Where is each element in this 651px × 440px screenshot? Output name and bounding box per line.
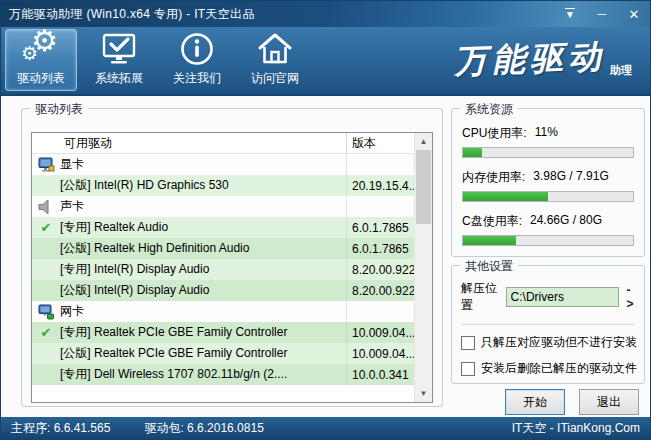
toolbar: ⚙⚙ 驱动列表 系统拓展	[1, 27, 650, 96]
title-bar: 万能驱动助理 (Win10.x64 专用) - IT天空出品 ▼ ─ ✕	[1, 1, 650, 27]
window-controls: ▼ ─ ✕	[562, 8, 642, 21]
driver-name: 声卡	[60, 196, 346, 217]
system-monitor-check-icon	[101, 30, 137, 67]
display-adapter-icon	[32, 154, 60, 175]
driver-version	[346, 301, 414, 322]
category-row[interactable]: 声卡	[32, 196, 414, 217]
resource-stat: 内存使用率:3.98G / 7.91G	[462, 169, 634, 202]
driver-row[interactable]: ✔[专用] Realtek PCIe GBE Family Controller…	[32, 322, 414, 343]
brand-logo: 万能驱动 助理	[454, 37, 632, 82]
selected-check-icon: ✔	[32, 217, 60, 238]
status-bar: 主程序: 6.6.41.565 驱动包: 6.6.2016.0815 IT天空 …	[1, 417, 650, 439]
driver-row[interactable]: [专用] Intel(R) Display Audio8.20.00.922	[32, 259, 414, 280]
driver-version: 10.009.04...	[346, 343, 414, 364]
driver-list-group: 驱动列表 可用驱动 版本 显卡[公版] Intel(R) HD Graphics…	[21, 108, 443, 407]
driver-list-group-title: 驱动列表	[30, 101, 88, 118]
brand-logo-main: 万能驱动	[453, 34, 606, 84]
stat-label: C盘使用率:	[462, 213, 522, 230]
driver-name: [专用] Realtek Audio	[60, 217, 346, 238]
driver-row[interactable]: [专用] Dell Wireless 1707 802.11b/g/n (2..…	[32, 364, 414, 385]
settings-checkbox[interactable]: 安装后删除已解压的驱动文件	[461, 360, 635, 377]
action-buttons: 开始 退出	[505, 389, 639, 415]
stat-label: 内存使用率:	[462, 169, 525, 186]
stat-value: 11%	[535, 125, 558, 142]
driver-row[interactable]: ✔[专用] Realtek Audio6.0.1.7865	[32, 217, 414, 238]
progress-bar	[462, 235, 634, 246]
scroll-up-icon[interactable]: ▲	[415, 133, 432, 150]
close-button[interactable]: ✕	[626, 8, 642, 21]
separator	[461, 324, 635, 325]
driver-name: 网卡	[60, 301, 346, 322]
driver-version	[346, 154, 414, 175]
system-resources-group-title: 系统资源	[460, 101, 518, 118]
main-content: 驱动列表 可用驱动 版本 显卡[公版] Intel(R) HD Graphics…	[1, 96, 650, 415]
driver-version: 8.20.00.922	[346, 280, 414, 301]
row-icon-placeholder	[32, 238, 60, 259]
system-resources-group: 系统资源 CPU使用率:11%内存使用率:3.98G / 7.91GC盘使用率:…	[451, 108, 645, 257]
driver-version: 8.20.00.922	[346, 259, 414, 280]
driver-version	[346, 196, 414, 217]
driver-version: 6.0.1.7865	[346, 238, 414, 259]
scrollbar-thumb[interactable]	[416, 150, 431, 224]
driver-name: [公版] Realtek High Definition Audio	[60, 238, 346, 259]
driver-row[interactable]: [公版] Intel(R) Display Audio8.20.00.922	[32, 280, 414, 301]
browse-path-button[interactable]: ->	[627, 283, 635, 311]
driver-name: 显卡	[60, 154, 346, 175]
system-stats: CPU使用率:11%内存使用率:3.98G / 7.91GC盘使用率:24.66…	[452, 109, 644, 246]
checkbox-icon	[461, 336, 475, 350]
toolbar-button-follow-us[interactable]: 关注我们	[161, 29, 233, 91]
app-window: 万能驱动助理 (Win10.x64 专用) - IT天空出品 ▼ ─ ✕ ⚙⚙ …	[0, 0, 651, 440]
exit-button[interactable]: 退出	[579, 389, 639, 415]
checkbox-icon	[461, 362, 475, 376]
settings-checkbox[interactable]: 只解压对应驱动但不进行安装	[461, 334, 635, 351]
info-circle-icon	[179, 30, 215, 67]
driver-name: [专用] Intel(R) Display Audio	[60, 259, 346, 280]
toolbar-button-label: 访问官网	[251, 70, 299, 87]
row-icon-placeholder	[32, 280, 60, 301]
progress-bar	[462, 191, 634, 202]
row-icon-placeholder	[32, 364, 60, 385]
stat-value: 3.98G / 7.91G	[533, 169, 608, 186]
extract-location-label: 解压位置	[461, 280, 498, 314]
driver-version: 6.0.1.7865	[346, 217, 414, 238]
site-link[interactable]: IT天空 - ITianKong.Com	[512, 420, 640, 437]
column-header-available-drivers[interactable]: 可用驱动	[32, 135, 346, 152]
checkbox-label: 安装后删除已解压的驱动文件	[481, 360, 637, 377]
checkbox-label: 只解压对应驱动但不进行安装	[481, 334, 637, 351]
settings-checkboxes: 只解压对应驱动但不进行安装安装后删除已解压的驱动文件	[461, 334, 635, 377]
driver-pack-version: 驱动包: 6.6.2016.0815	[144, 420, 263, 437]
category-row[interactable]: 网卡	[32, 301, 414, 322]
start-button[interactable]: 开始	[505, 389, 565, 415]
other-settings-group-title: 其他设置	[460, 258, 518, 275]
driver-name: [专用] Realtek PCIe GBE Family Controller	[60, 322, 346, 343]
minimize-button[interactable]: ─	[594, 8, 610, 20]
toolbar-button-label: 驱动列表	[17, 70, 65, 87]
gears-icon: ⚙⚙	[21, 29, 61, 67]
driver-name: [公版] Intel(R) HD Graphics 530	[60, 175, 346, 196]
driver-row[interactable]: [公版] Realtek High Definition Audio6.0.1.…	[32, 238, 414, 259]
driver-version: 10.0.0.341	[346, 364, 414, 385]
skin-menu-button[interactable]: ▼	[562, 8, 578, 20]
toolbar-button-driver-list[interactable]: ⚙⚙ 驱动列表	[5, 29, 77, 91]
toolbar-button-system-extension[interactable]: 系统拓展	[83, 29, 155, 91]
network-adapter-icon	[32, 301, 60, 322]
driver-row[interactable]: [公版] Realtek PCIe GBE Family Controller1…	[32, 343, 414, 364]
window-title: 万能驱动助理 (Win10.x64 专用) - IT天空出品	[9, 6, 562, 23]
column-header-version[interactable]: 版本	[346, 133, 414, 153]
speaker-icon	[32, 196, 60, 217]
extract-path-input[interactable]	[506, 287, 619, 307]
driver-table: 可用驱动 版本 显卡[公版] Intel(R) HD Graphics 5302…	[31, 132, 433, 403]
scroll-down-icon[interactable]: ▼	[415, 385, 432, 402]
toolbar-button-official-site[interactable]: 访问官网	[239, 29, 311, 91]
row-icon-placeholder	[32, 259, 60, 280]
driver-table-header: 可用驱动 版本	[32, 133, 414, 154]
category-row[interactable]: 显卡	[32, 154, 414, 175]
row-icon-placeholder	[32, 175, 60, 196]
home-icon	[256, 30, 294, 67]
other-settings-group: 其他设置 解压位置 -> 只解压对应驱动但不进行安装安装后删除已解压的驱动文件	[451, 265, 645, 384]
toolbar-button-label: 系统拓展	[95, 70, 143, 87]
vertical-scrollbar[interactable]: ▲ ▼	[414, 133, 432, 402]
row-icon-placeholder	[32, 343, 60, 364]
driver-row[interactable]: [公版] Intel(R) HD Graphics 53020.19.15.4.…	[32, 175, 414, 196]
progress-bar	[462, 147, 634, 158]
